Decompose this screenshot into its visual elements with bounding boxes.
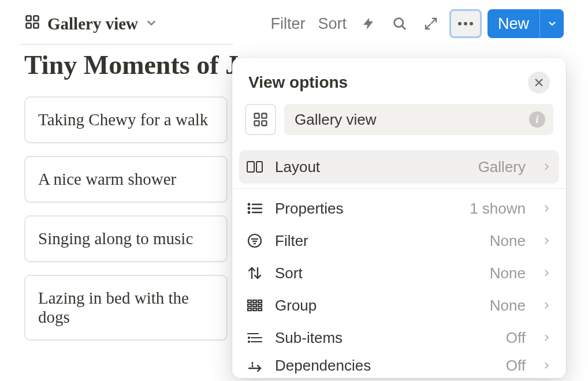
view-name-row: Gallery view i — [232, 104, 566, 145]
svg-point-44 — [248, 341, 250, 342]
svg-line-5 — [402, 26, 405, 29]
bolt-icon[interactable] — [356, 11, 381, 36]
option-row-subitems[interactable]: Sub-items Off — [232, 322, 566, 354]
svg-point-23 — [248, 212, 250, 213]
popover-header: View options — [232, 58, 566, 104]
svg-rect-33 — [258, 300, 262, 302]
svg-rect-37 — [248, 308, 251, 311]
svg-point-10 — [470, 22, 473, 25]
gallery-card[interactable]: Lazing in bed with the dogs — [24, 275, 228, 341]
option-label: Group — [275, 297, 479, 315]
option-value: None — [490, 264, 526, 282]
chevron-right-icon — [539, 267, 553, 279]
svg-rect-14 — [262, 114, 266, 118]
gallery-icon — [24, 14, 40, 34]
svg-rect-13 — [255, 114, 259, 118]
option-row-layout[interactable]: Layout Gallery — [239, 150, 559, 184]
option-value: None — [490, 297, 526, 315]
list-icon — [245, 202, 265, 215]
new-button-label: New — [487, 9, 539, 38]
layout-icon — [245, 160, 265, 174]
sort-button[interactable]: Sort — [314, 13, 350, 35]
new-button[interactable]: New — [487, 9, 564, 38]
close-button[interactable] — [528, 72, 550, 94]
option-label: Sub-items — [275, 329, 496, 347]
svg-rect-39 — [258, 308, 262, 311]
svg-rect-2 — [27, 23, 31, 28]
chevron-right-icon — [539, 235, 553, 246]
option-row-filter[interactable]: Filter None — [232, 225, 566, 257]
chevron-right-icon — [539, 203, 553, 214]
svg-rect-36 — [258, 304, 262, 307]
svg-rect-34 — [248, 304, 251, 307]
option-value: Off — [506, 329, 526, 347]
chevron-right-icon — [539, 300, 553, 311]
option-value: Off — [506, 357, 526, 375]
option-value: Gallery — [478, 158, 526, 176]
gallery-card[interactable]: Taking Chewy for a walk — [24, 96, 228, 143]
svg-rect-16 — [262, 121, 266, 125]
option-label: Properties — [275, 200, 459, 218]
card-title: Lazing in bed with the dogs — [38, 289, 189, 326]
view-type-icon-button[interactable] — [245, 104, 276, 135]
svg-rect-3 — [34, 23, 38, 28]
card-title: A nice warm shower — [38, 170, 176, 188]
svg-point-19 — [248, 204, 250, 205]
svg-point-8 — [458, 22, 462, 25]
svg-rect-35 — [253, 304, 256, 307]
svg-rect-32 — [253, 300, 256, 302]
expand-icon[interactable] — [418, 11, 444, 36]
chevron-right-icon — [539, 332, 553, 343]
view-name-input[interactable]: Gallery view i — [284, 104, 553, 135]
svg-rect-17 — [247, 162, 254, 172]
svg-point-9 — [464, 22, 467, 25]
svg-line-6 — [431, 18, 436, 23]
option-label: Layout — [275, 158, 468, 176]
option-value: 1 shown — [470, 200, 526, 218]
gallery-card[interactable]: A nice warm shower — [24, 156, 228, 203]
view-selector-label: Gallery view — [47, 14, 138, 33]
new-button-dropdown[interactable] — [539, 9, 564, 38]
filter-icon — [245, 233, 265, 248]
divider — [232, 188, 566, 189]
more-options-button[interactable] — [449, 9, 482, 38]
group-icon — [245, 298, 265, 312]
dependencies-icon — [245, 359, 265, 372]
option-row-dependencies[interactable]: Dependencies Off — [232, 354, 566, 377]
view-name-text: Gallery view — [295, 111, 377, 129]
option-label: Dependencies — [275, 357, 496, 375]
svg-rect-0 — [27, 16, 31, 20]
subitems-icon — [245, 331, 265, 344]
option-row-group[interactable]: Group None — [232, 289, 566, 322]
svg-point-43 — [248, 337, 250, 338]
search-icon[interactable] — [387, 11, 412, 36]
option-label: Filter — [275, 232, 479, 250]
option-row-properties[interactable]: Properties 1 shown — [232, 192, 566, 225]
svg-rect-1 — [34, 16, 38, 20]
filter-button[interactable]: Filter — [267, 13, 308, 35]
option-row-sort[interactable]: Sort None — [232, 257, 566, 289]
view-selector[interactable]: Gallery view — [24, 14, 158, 34]
chevron-right-icon — [539, 161, 553, 173]
popover-title: View options — [248, 73, 348, 92]
card-title: Singing along to music — [38, 229, 193, 248]
toolbar: Gallery view Filter Sort New — [0, 0, 588, 40]
card-title: Taking Chewy for a walk — [38, 110, 208, 129]
svg-rect-18 — [256, 162, 262, 172]
chevron-down-icon — [145, 14, 158, 33]
info-icon[interactable]: i — [529, 111, 545, 128]
svg-rect-15 — [255, 121, 259, 125]
gallery-card[interactable]: Singing along to music — [24, 215, 228, 262]
svg-rect-31 — [248, 300, 251, 302]
option-label: Sort — [275, 264, 479, 282]
view-options-popover: View options Gallery view i Layout Galle… — [232, 58, 566, 378]
svg-point-21 — [248, 208, 250, 209]
chevron-right-icon — [539, 360, 553, 371]
sort-icon — [245, 266, 265, 281]
option-value: None — [490, 232, 526, 250]
svg-rect-38 — [253, 308, 256, 311]
